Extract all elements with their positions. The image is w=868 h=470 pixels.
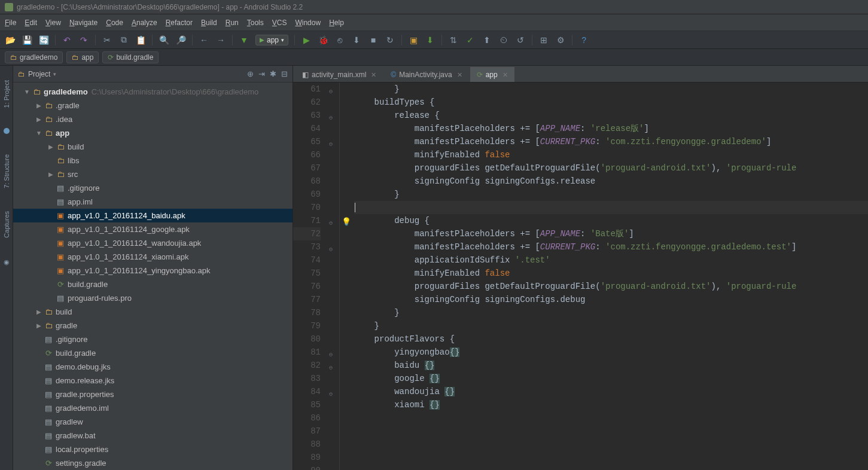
open-icon[interactable]: 📂 [5, 35, 16, 45]
replace-icon[interactable]: 🔎 [175, 35, 186, 45]
tree-item-gradlew-bat[interactable]: ▤gradlew.bat [13, 429, 293, 442]
fold-mark[interactable]: ⊖ [329, 243, 336, 257]
debug-icon[interactable]: 🐞 [318, 35, 328, 45]
fold-gutter[interactable]: ⊖⊖⊖⊖⊖⊖⊖⊖ [327, 83, 340, 470]
tree-item-demo-release-jks[interactable]: ▤demo.release.jks [13, 374, 293, 387]
vcs-revert-icon[interactable]: ↺ [515, 35, 526, 45]
menu-code[interactable]: Code [106, 19, 123, 27]
fold-mark[interactable]: ⊖ [329, 362, 336, 375]
tree-item-app[interactable]: ▼🗀app [13, 126, 293, 140]
tree-item--idea[interactable]: ▶🗀.idea [13, 112, 293, 126]
tree-item-app-v1-0-1-20161124-yingyongbao-apk[interactable]: ▣app_v1.0_1_20161124_yingyongbao.apk [13, 264, 293, 277]
fold-mark[interactable]: ⊖ [329, 217, 336, 230]
forward-icon[interactable]: → [215, 35, 226, 45]
tree-item-libs[interactable]: 🗀libs [13, 154, 293, 167]
editor-tab-app[interactable]: ⟳app✕ [470, 67, 514, 82]
save-icon[interactable]: 💾 [22, 35, 32, 45]
menu-window[interactable]: Window [295, 19, 321, 27]
hide-icon[interactable]: ⊟ [281, 69, 288, 78]
fold-mark[interactable]: ⊖ [329, 138, 336, 151]
structure-tool-tab[interactable]: 7: Structure [2, 152, 11, 191]
menu-tools[interactable]: Tools [247, 19, 264, 27]
stop-icon[interactable]: ■ [368, 35, 379, 45]
vcs-update-icon[interactable]: ⬆ [482, 35, 492, 45]
tree-item-build[interactable]: ▶🗀build [13, 305, 293, 319]
captures-tool-tab[interactable]: Captures [2, 209, 11, 240]
tree-item-gradle[interactable]: ▶🗀gradle [13, 319, 293, 332]
cut-icon[interactable]: ✂ [102, 35, 112, 45]
undo-icon[interactable]: ↶ [62, 35, 72, 45]
settings-gear-icon[interactable]: ✱ [270, 69, 276, 78]
tree-item-build-gradle[interactable]: ⟳build.gradle [13, 346, 293, 360]
tree-item-demo-debug-jks[interactable]: ▤demo.debug.jks [13, 360, 293, 374]
collapse-icon[interactable]: ⊕ [247, 69, 254, 78]
breadcrumb-build.gradle[interactable]: ⟳build.gradle [102, 51, 159, 63]
editor-tab-activity-main-xml[interactable]: ◧activity_main.xml✕ [296, 67, 383, 82]
tree-item-build-gradle[interactable]: ⟳build.gradle [13, 277, 293, 291]
menu-build[interactable]: Build [201, 19, 217, 27]
menu-analyze[interactable]: Analyze [132, 19, 157, 27]
bulb-icon[interactable]: 💡 [342, 216, 351, 229]
tree-item-gradlew[interactable]: ▤gradlew [13, 415, 293, 429]
tree-item-app-v1-0-1-20161124-baidu-apk[interactable]: ▣app_v1.0_1_20161124_baidu.apk [13, 209, 293, 222]
sync-icon[interactable]: 🔄 [38, 35, 49, 45]
menu-file[interactable]: File [5, 19, 16, 27]
menu-help[interactable]: Help [329, 19, 344, 27]
tree-item-app-v1-0-1-20161124-xiaomi-apk[interactable]: ▣app_v1.0_1_20161124_xiaomi.apk [13, 250, 293, 264]
help-icon[interactable]: ? [578, 35, 589, 45]
project-tool-tab[interactable]: 1: Project [2, 78, 11, 110]
tree-item-build[interactable]: ▶🗀build [13, 140, 293, 154]
close-icon[interactable]: ✕ [457, 71, 462, 79]
menu-navigate[interactable]: Navigate [69, 19, 98, 27]
make-icon[interactable]: ▼ [239, 35, 249, 45]
menu-edit[interactable]: Edit [25, 19, 37, 27]
avd-icon[interactable]: ▣ [408, 35, 419, 45]
tree-item-app-v1-0-1-20161124-google-apk[interactable]: ▣app_v1.0_1_20161124_google.apk [13, 222, 293, 236]
paste-icon[interactable]: 📋 [135, 35, 146, 45]
back-icon[interactable]: ← [199, 35, 209, 45]
breadcrumb-gradledemo[interactable]: 🗀gradledemo [5, 51, 63, 63]
tree-item--gitignore[interactable]: ▤.gitignore [13, 332, 293, 346]
tree-item-gradledemo-iml[interactable]: ▤gradledemo.iml [13, 401, 293, 415]
settings-icon[interactable]: ⚙ [555, 35, 566, 45]
fold-mark[interactable]: ⊖ [329, 86, 336, 99]
run-config-selector[interactable]: ▶ app ▾ [255, 35, 288, 45]
code-area[interactable]: 6162636465666768697071727374757677787980… [293, 83, 868, 470]
scroll-from-icon[interactable]: ⇥ [258, 69, 265, 78]
menu-refactor[interactable]: Refactor [166, 19, 193, 27]
tree-item-local-properties[interactable]: ▤local.properties [13, 442, 293, 456]
menu-view[interactable]: View [45, 19, 61, 27]
fold-mark[interactable]: ⊖ [329, 112, 336, 125]
vcs-commit-icon[interactable]: ✓ [465, 35, 476, 45]
profile-icon[interactable]: ⎋ [334, 35, 345, 45]
restart-icon[interactable]: ↻ [385, 35, 395, 45]
menu-vcs[interactable]: VCS [272, 19, 287, 27]
redo-icon[interactable]: ↷ [78, 35, 89, 45]
tree-item-src[interactable]: ▶🗀src [13, 167, 293, 181]
vcs-history-icon[interactable]: ⏲ [498, 35, 509, 45]
tree-item--gradle[interactable]: ▶🗀.gradle [13, 99, 293, 112]
tree-item-proguard-rules-pro[interactable]: ▤proguard-rules.pro [13, 291, 293, 305]
close-icon[interactable]: ✕ [502, 71, 508, 79]
editor-tab-mainactivity-java[interactable]: ©MainActivity.java✕ [384, 67, 468, 82]
structure-icon[interactable]: ⊞ [538, 35, 549, 45]
fold-mark[interactable]: ⊖ [329, 388, 336, 401]
tree-item-app-iml[interactable]: ▤app.iml [13, 195, 293, 209]
vcs-icon[interactable]: ⇅ [448, 35, 459, 45]
tree-item-gradle-properties[interactable]: ▤gradle.properties [13, 387, 293, 401]
tree-item--gitignore[interactable]: ▤.gitignore [13, 181, 293, 195]
fold-mark[interactable]: ⊖ [329, 349, 336, 362]
menu-run[interactable]: Run [226, 19, 239, 27]
sdk-icon[interactable]: ⬇ [425, 35, 435, 45]
copy-icon[interactable]: ⧉ [118, 35, 129, 45]
dropdown-icon[interactable]: ▾ [53, 71, 56, 77]
find-icon[interactable]: 🔍 [159, 35, 169, 45]
project-tree[interactable]: ▼🗀gradledemoC:\Users\Administrator\Deskt… [13, 83, 293, 470]
tree-item-settings-gradle[interactable]: ⟳settings.gradle [13, 456, 293, 470]
code-content[interactable]: } buildTypes { release { manifestPlaceho… [352, 83, 868, 470]
tree-item-gradledemo[interactable]: ▼🗀gradledemoC:\Users\Administrator\Deskt… [13, 85, 293, 99]
tree-item-app-v1-0-1-20161124-wandoujia-apk[interactable]: ▣app_v1.0_1_20161124_wandoujia.apk [13, 236, 293, 250]
breadcrumb-app[interactable]: 🗀app [66, 51, 99, 63]
attach-icon[interactable]: ⬇ [351, 35, 362, 45]
run-icon[interactable]: ▶ [301, 35, 312, 45]
